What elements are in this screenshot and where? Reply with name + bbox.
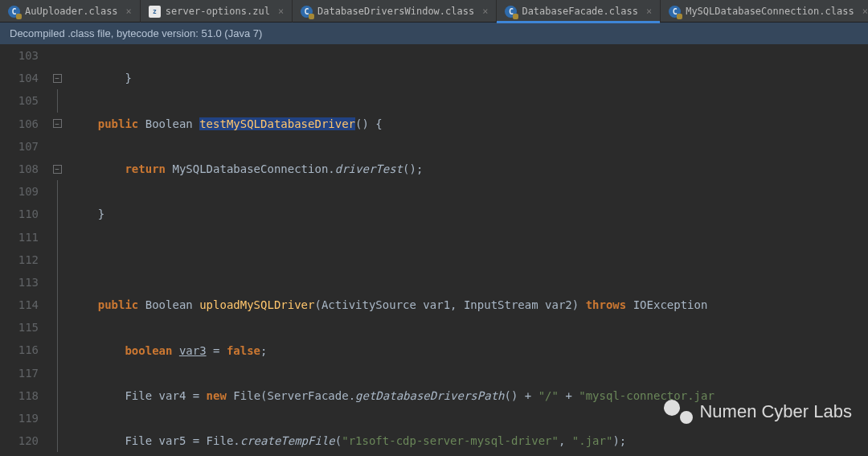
line-number: 109 — [0, 180, 39, 203]
tab-label: DatabaseFacade.class — [522, 6, 638, 17]
tab-server-options[interactable]: z server-options.zul × — [141, 0, 293, 23]
class-file-icon: C — [669, 6, 681, 18]
tab-label: MySQLDatabaseConnection.class — [686, 6, 854, 17]
return-type: Boolean — [145, 298, 193, 311]
tab-label: AuUploader.class — [25, 6, 118, 17]
method-name: uploadMySQLDriver — [199, 298, 314, 311]
class-file-icon: C — [8, 6, 20, 18]
kw-new: new — [207, 389, 227, 402]
params: (ActivitySource var1, InputStream var2) — [314, 298, 579, 311]
line-number: 111 — [0, 226, 39, 249]
code-content[interactable]: } public Boolean testMySQLDatabaseDriver… — [66, 44, 714, 454]
close-icon[interactable]: × — [278, 6, 284, 17]
class-file-icon: C — [505, 6, 517, 18]
code-line: } — [71, 72, 132, 84]
decompiled-banner: Decompiled .class file, bytecode version… — [0, 23, 868, 44]
tab-label: server-options.zul — [166, 6, 270, 17]
string-literal: ".jar" — [572, 434, 613, 447]
watermark: Numen Cyber Labs — [664, 400, 852, 424]
kw-false: false — [227, 344, 260, 357]
kw-public: public — [98, 298, 139, 311]
tab-database-drivers-window[interactable]: C DatabaseDriversWindow.class × — [293, 0, 497, 23]
line-number: 103 — [0, 44, 39, 67]
return-type: Boolean — [145, 117, 193, 130]
line-number-gutter: 103 104 105 106 107 108 109 110 111 112 … — [0, 44, 48, 454]
watermark-text: Numen Cyber Labs — [699, 401, 852, 422]
tab-label: DatabaseDriversWindow.class — [317, 6, 474, 17]
line-number: 117 — [0, 362, 39, 384]
line-number: 116 — [0, 339, 39, 361]
method-call: createTempFile — [240, 434, 335, 447]
method-call: getDatabaseDriversPath — [355, 389, 504, 402]
exception-type: IOException — [633, 298, 708, 311]
line-number: 108 — [0, 158, 39, 180]
line-number: 119 — [0, 407, 39, 429]
close-icon[interactable]: × — [646, 6, 652, 17]
line-number: 113 — [0, 271, 39, 294]
class-file-icon: C — [301, 6, 313, 18]
variable: var3 — [179, 344, 207, 357]
string-literal: "/" — [538, 389, 559, 402]
line-number: 106 — [0, 113, 39, 135]
line-number: 112 — [0, 249, 39, 271]
close-icon[interactable]: × — [482, 6, 488, 17]
wechat-icon — [664, 400, 693, 424]
kw-return: return — [125, 162, 166, 175]
close-icon[interactable]: × — [126, 6, 132, 17]
tab-mysql-connection[interactable]: C MySQLDatabaseConnection.class × — [661, 0, 868, 23]
kw-public: public — [98, 117, 139, 130]
line-number: 105 — [0, 89, 39, 112]
variable: var4 — [159, 389, 186, 402]
fold-marker[interactable]: − — [48, 113, 66, 135]
method-call: driverTest — [335, 162, 403, 175]
line-number: 118 — [0, 384, 39, 407]
fold-marker[interactable]: − — [48, 158, 66, 180]
fold-marker[interactable]: − — [48, 67, 66, 89]
close-icon[interactable]: × — [862, 6, 868, 17]
type: File — [125, 389, 152, 402]
editor-tabs: C AuUploader.class × z server-options.zu… — [0, 0, 868, 23]
line-number: 107 — [0, 135, 39, 158]
kw-throws: throws — [586, 298, 627, 311]
method-name: testMySQLDatabaseDriver — [199, 117, 355, 130]
string-literal: "r1soft-cdp-server-mysql-driver" — [342, 434, 559, 447]
code-line: } — [71, 207, 104, 220]
line-number: 115 — [0, 316, 39, 339]
line-number: 110 — [0, 203, 39, 225]
line-number: 120 — [0, 429, 39, 452]
code-editor[interactable]: 103 104 105 106 107 108 109 110 111 112 … — [0, 44, 868, 454]
line-number: 114 — [0, 294, 39, 316]
variable: var5 — [159, 434, 186, 447]
tab-au-uploader[interactable]: C AuUploader.class × — [0, 0, 141, 23]
ctor: File — [233, 389, 260, 402]
tab-database-facade[interactable]: C DatabaseFacade.class × — [497, 0, 661, 23]
fold-column: − − − — [48, 44, 66, 454]
zul-file-icon: z — [149, 6, 161, 18]
type: File — [125, 434, 152, 447]
kw-boolean: boolean — [125, 344, 172, 357]
line-number: 104 — [0, 67, 39, 89]
